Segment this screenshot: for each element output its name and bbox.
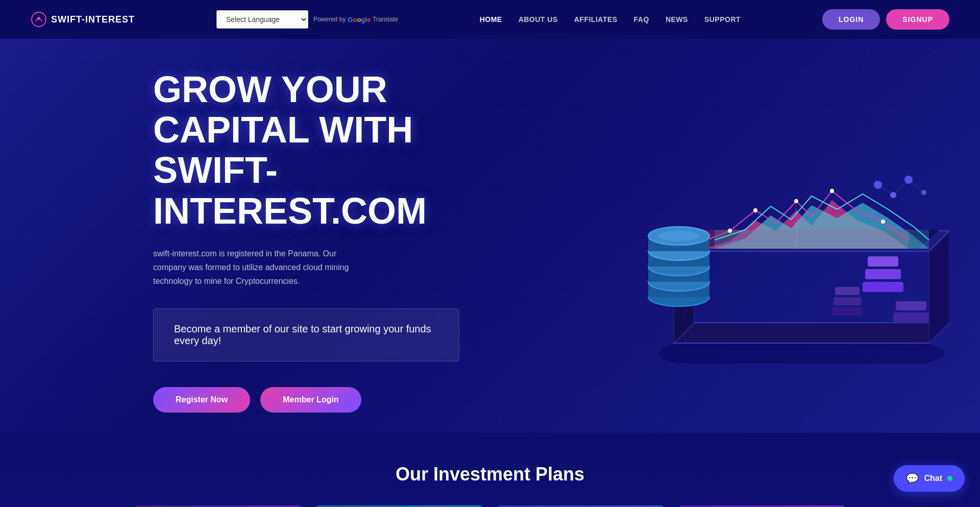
header-buttons: LOGIN SIGNUP xyxy=(822,9,949,30)
svg-rect-33 xyxy=(865,269,901,279)
hero-chart-svg xyxy=(633,108,949,364)
svg-marker-4 xyxy=(674,231,694,343)
hero-cta: Register Now Member Login xyxy=(153,387,459,413)
svg-point-14 xyxy=(794,199,798,203)
svg-marker-6 xyxy=(674,231,949,251)
hero-title: GROW YOUR CAPITAL WITH SWIFT-INTEREST.CO… xyxy=(153,69,459,231)
svg-marker-7 xyxy=(684,230,939,249)
logo-text: SWIFT-INTEREST xyxy=(51,14,135,25)
svg-point-42 xyxy=(904,176,913,184)
svg-point-40 xyxy=(874,181,882,189)
hero-illustration xyxy=(633,108,949,364)
svg-marker-10 xyxy=(715,203,929,249)
svg-point-2 xyxy=(658,333,944,364)
nav-home[interactable]: HOME xyxy=(480,15,502,23)
svg-rect-34 xyxy=(868,256,898,267)
logo-icon xyxy=(31,11,47,28)
section-title: Our Investment Plans xyxy=(31,464,949,485)
login-button[interactable]: LOGIN xyxy=(822,9,880,30)
svg-point-31 xyxy=(658,231,699,241)
signup-button[interactable]: SIGNUP xyxy=(886,9,949,30)
svg-line-46 xyxy=(909,180,924,192)
chat-button[interactable]: 💬 Chat xyxy=(894,465,965,492)
logo[interactable]: SWIFT-INTEREST xyxy=(31,11,135,28)
powered-by: Powered by Google Translate xyxy=(313,16,398,23)
svg-point-28 xyxy=(648,242,709,260)
svg-line-45 xyxy=(893,180,909,195)
svg-rect-38 xyxy=(834,297,861,305)
nav-affiliates[interactable]: AFFILIATES xyxy=(574,15,618,23)
svg-point-43 xyxy=(921,190,926,195)
translate-area: Select Language English Spanish French P… xyxy=(216,10,398,29)
svg-point-16 xyxy=(881,220,885,224)
svg-rect-39 xyxy=(835,287,860,295)
hero-description: swift-interest.com is registered in the … xyxy=(153,247,368,288)
svg-rect-37 xyxy=(832,307,863,316)
svg-rect-35 xyxy=(893,312,929,322)
svg-point-13 xyxy=(753,208,757,212)
svg-point-12 xyxy=(728,229,732,233)
svg-point-26 xyxy=(648,257,709,276)
svg-point-22 xyxy=(648,288,709,306)
google-logo: Google xyxy=(348,16,371,23)
nav-support[interactable]: SUPPORT xyxy=(704,15,741,23)
svg-rect-23 xyxy=(648,282,709,297)
svg-marker-8 xyxy=(704,200,909,249)
main-nav: HOME ABOUT US AFFILIATES FAQ NEWS SUPPOR… xyxy=(480,15,741,23)
svg-rect-32 xyxy=(863,282,903,292)
svg-line-44 xyxy=(878,185,893,195)
svg-marker-9 xyxy=(704,200,909,249)
member-login-button[interactable]: Member Login xyxy=(260,387,361,413)
svg-rect-25 xyxy=(648,267,709,282)
nav-news[interactable]: NEWS xyxy=(666,15,688,23)
svg-rect-29 xyxy=(648,236,709,251)
svg-rect-36 xyxy=(896,301,926,310)
svg-marker-5 xyxy=(929,231,949,343)
svg-point-30 xyxy=(648,227,709,245)
language-selector[interactable]: Select Language English Spanish French xyxy=(216,10,308,29)
svg-rect-27 xyxy=(648,251,709,267)
nav-about-us[interactable]: ABOUT US xyxy=(519,15,558,23)
svg-point-41 xyxy=(890,192,896,198)
svg-marker-11 xyxy=(715,203,929,249)
site-header: SWIFT-INTEREST Select Language English S… xyxy=(0,0,980,39)
svg-point-15 xyxy=(830,189,834,193)
nav-faq[interactable]: FAQ xyxy=(634,15,649,23)
svg-point-24 xyxy=(648,273,709,291)
svg-marker-3 xyxy=(674,323,949,343)
chat-bubble-icon: 💬 xyxy=(906,472,919,485)
hero-banner: Become a member of our site to start gro… xyxy=(153,308,459,361)
hero-section: GROW YOUR CAPITAL WITH SWIFT-INTEREST.CO… xyxy=(0,39,980,433)
chat-label: Chat xyxy=(924,474,942,483)
investment-section: Our Investment Plans 💰 📈 💼 xyxy=(0,433,980,507)
hero-content: GROW YOUR CAPITAL WITH SWIFT-INTEREST.CO… xyxy=(153,69,459,413)
register-now-button[interactable]: Register Now xyxy=(153,387,250,413)
svg-point-1 xyxy=(37,17,40,20)
chat-online-dot xyxy=(947,476,952,481)
